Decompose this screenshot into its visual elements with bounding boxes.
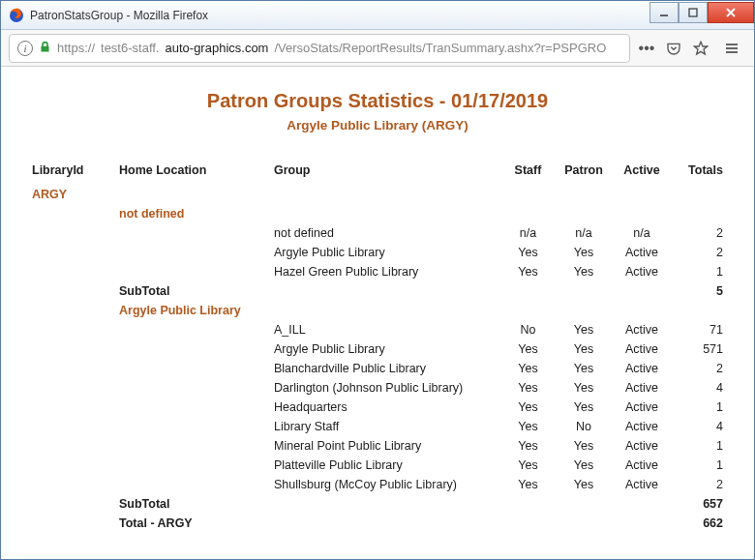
patron-value: Yes	[555, 436, 613, 456]
window-title: PatronStatsGroup - Mozilla Firefox	[30, 9, 649, 22]
patron-value: Yes	[555, 475, 613, 494]
table-row: Argyle Public Library	[26, 301, 729, 320]
staff-value: n/a	[501, 223, 555, 243]
page-content[interactable]: Patron Groups Statistics - 01/17/2019 Ar…	[1, 67, 754, 559]
total-value: 1	[671, 456, 729, 475]
cell	[113, 398, 268, 417]
hamburger-menu-button[interactable]	[717, 34, 746, 63]
browser-window: PatronStatsGroup - Mozilla Firefox i htt…	[0, 0, 755, 560]
page-actions-icon[interactable]: •••	[636, 38, 657, 59]
cell	[555, 514, 613, 533]
cell	[501, 185, 555, 204]
col-group: Group	[268, 160, 501, 185]
titlebar: PatronStatsGroup - Mozilla Firefox	[1, 1, 754, 30]
site-info-icon[interactable]: i	[17, 41, 33, 56]
staff-value: Yes	[501, 417, 555, 436]
cell	[113, 359, 268, 378]
table-row: Total - ARGY662	[26, 514, 729, 533]
cell	[113, 475, 268, 494]
col-totals: Totals	[671, 160, 729, 185]
patron-value: Yes	[555, 262, 613, 281]
subtotal-label: SubTotal	[113, 281, 268, 301]
url-host: auto-graphics.com	[166, 41, 269, 55]
cell	[501, 301, 555, 320]
table-row: SubTotal657	[26, 494, 729, 514]
total-value: 1	[671, 436, 729, 456]
active-value: Active	[613, 475, 671, 494]
cell	[613, 281, 671, 301]
url-input[interactable]: i https://test6-staff.auto-graphics.com/…	[9, 34, 630, 63]
group-name: A_ILL	[268, 320, 501, 339]
pocket-icon[interactable]	[663, 38, 684, 59]
cell	[268, 301, 501, 320]
cell	[26, 456, 113, 475]
total-value: 2	[671, 223, 729, 243]
url-host-pre: test6-staff.	[101, 41, 159, 55]
cell	[113, 185, 268, 204]
group-name: Library Staff	[268, 417, 501, 436]
table-row: Library StaffYesNoActive4	[26, 417, 729, 436]
staff-value: No	[501, 320, 555, 339]
table-row: A_ILLNoYesActive71	[26, 320, 729, 339]
total-value: 1	[671, 398, 729, 417]
group-name: Shullsburg (McCoy Public Library)	[268, 475, 501, 494]
active-value: Active	[613, 456, 671, 475]
cell	[26, 378, 113, 398]
patron-value: Yes	[555, 398, 613, 417]
cell	[26, 320, 113, 339]
table-row: HeadquartersYesYesActive1	[26, 398, 729, 417]
url-protocol: https://	[57, 41, 95, 55]
table-header-row: LibraryId Home Location Group Staff Patr…	[26, 160, 729, 185]
grand-total-label: Total - ARGY	[113, 514, 268, 533]
patron-value: Yes	[555, 320, 613, 339]
cell	[268, 514, 501, 533]
cell	[613, 185, 671, 204]
cell	[26, 223, 113, 243]
group-name: Argyle Public Library	[268, 339, 501, 359]
grand-total-value: 662	[671, 514, 729, 533]
cell	[26, 398, 113, 417]
staff-value: Yes	[501, 262, 555, 281]
close-button[interactable]	[708, 2, 754, 23]
active-value: Active	[613, 262, 671, 281]
cell	[26, 436, 113, 456]
cell	[671, 185, 729, 204]
library-id: ARGY	[26, 185, 113, 204]
total-value: 2	[671, 243, 729, 262]
cell	[268, 281, 501, 301]
table-row: Mineral Point Public LibraryYesYesActive…	[26, 436, 729, 456]
col-libraryid: LibraryId	[26, 160, 113, 185]
patron-value: Yes	[555, 339, 613, 359]
cell	[26, 417, 113, 436]
active-value: Active	[613, 378, 671, 398]
report-title: Patron Groups Statistics - 01/17/2019	[26, 90, 729, 112]
firefox-icon	[9, 8, 24, 23]
cell	[613, 494, 671, 514]
active-value: Active	[613, 339, 671, 359]
patron-value: Yes	[555, 378, 613, 398]
cell	[613, 204, 671, 223]
cell	[613, 514, 671, 533]
subtotal-value: 657	[671, 494, 729, 514]
active-value: Active	[613, 398, 671, 417]
lock-icon	[39, 41, 51, 56]
group-name: Platteville Public Library	[268, 456, 501, 475]
staff-value: Yes	[501, 475, 555, 494]
cell	[501, 281, 555, 301]
patron-value: n/a	[555, 223, 613, 243]
table-row: Blanchardville Public LibraryYesYesActiv…	[26, 359, 729, 378]
cell	[501, 514, 555, 533]
svg-marker-5	[694, 42, 707, 54]
cell	[555, 204, 613, 223]
staff-value: Yes	[501, 359, 555, 378]
cell	[26, 301, 113, 320]
minimize-button[interactable]	[649, 2, 679, 23]
active-value: Active	[613, 436, 671, 456]
active-value: n/a	[613, 223, 671, 243]
maximize-button[interactable]	[679, 2, 708, 23]
staff-value: Yes	[501, 339, 555, 359]
bookmark-star-icon[interactable]	[690, 38, 711, 59]
group-name: not defined	[268, 223, 501, 243]
active-value: Active	[613, 243, 671, 262]
cell	[613, 301, 671, 320]
